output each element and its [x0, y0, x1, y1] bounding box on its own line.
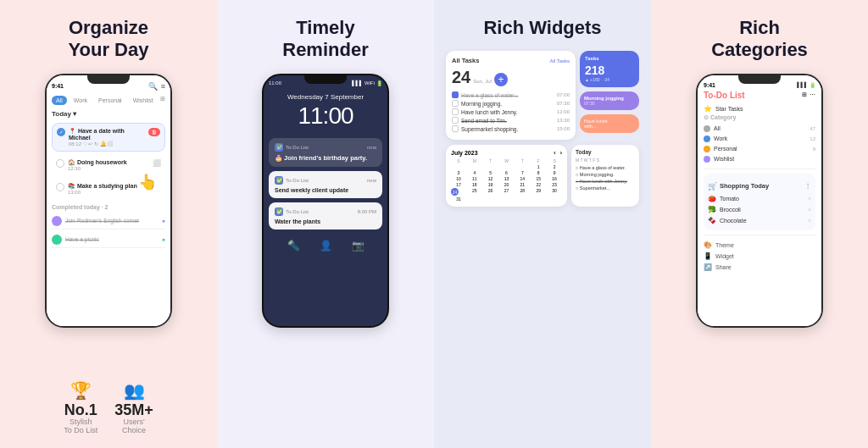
badge-35m-sub: Users'Choice: [122, 418, 146, 434]
notif-1-app-name: To-Do List: [286, 145, 309, 150]
star-tasks-label: Star Tasks: [715, 106, 815, 112]
cal-d-21: 21: [515, 182, 530, 187]
shop-item-tomato[interactable]: 🍅 Tomato ×: [708, 193, 811, 204]
add-task-button[interactable]: +: [494, 73, 508, 86]
cal-d-empty5: [515, 164, 530, 169]
phone-mockup-4: 9:41 ▌▌▌ 🔋 To-Do List ⊞ ⋯ ⭐ Star Tasks: [696, 74, 823, 328]
cat-work[interactable]: Work 12: [704, 134, 815, 144]
widget-header: All Tasks All Tasks: [452, 57, 570, 64]
cat-dot-work: [704, 136, 710, 142]
panel-reminder: TimelyReminder 11:00 ▌▌▌ WiFi 🔋 Wednesda…: [217, 0, 434, 448]
cat-dot-all: [704, 125, 710, 132]
cat-label-all: All: [714, 125, 806, 131]
shop-delete-broccoli[interactable]: ×: [808, 207, 811, 213]
small-task-1: ○ Have a glass of water.: [576, 164, 635, 171]
task-content-1: 📍 Have a date with Michael 08:12 ♡ ↩ ↻ 🔔…: [69, 128, 145, 147]
cal-h-w: W: [499, 158, 515, 163]
footer-theme[interactable]: 🎨 Theme: [704, 240, 815, 251]
notif-3-header: ✅ To-Do List 8:00 PM: [275, 207, 376, 216]
p4-grid-icon[interactable]: ⊞: [802, 91, 807, 98]
panel-3-title: Rich Widgets: [483, 17, 601, 39]
panel-widgets: Rich Widgets All Tasks All Tasks 24 Sun,…: [434, 0, 651, 448]
p1-date-label: Today ▾: [52, 110, 165, 118]
stats-number: 218: [585, 64, 634, 77]
cal-h-t2: T: [515, 158, 530, 163]
small-task-widget[interactable]: Today M T W T F S ○ Have a glass of wate…: [571, 145, 639, 207]
cal-d-20: 20: [499, 182, 515, 187]
cal-d-26: 26: [483, 188, 498, 196]
person-icon[interactable]: 👤: [320, 240, 332, 252]
tab-all[interactable]: All: [52, 96, 67, 105]
notif-1-app: ✅ To-Do List: [275, 143, 309, 152]
notification-1[interactable]: ✅ To-Do List now 🎂 Join friend's birthda…: [269, 138, 382, 167]
cal-d-24-today: 24: [451, 188, 459, 196]
tab-work[interactable]: Work: [70, 96, 92, 105]
p1-status-icons: 🔍 ≡: [148, 82, 165, 91]
cal-d-16: 16: [547, 176, 562, 181]
footer-widget[interactable]: 📱 Widget: [704, 251, 815, 262]
flashlight-icon[interactable]: 🔦: [287, 240, 300, 252]
notif-3-icon: ✅: [275, 207, 283, 216]
task-text-4: Send email to Tim.: [461, 118, 507, 124]
widget-icon: 📱: [704, 252, 712, 260]
p4-battery-icon: 🔋: [810, 82, 815, 88]
tab-wishlist[interactable]: Wishlist: [129, 96, 158, 105]
search-icon[interactable]: 🔍: [148, 82, 158, 91]
stats-widget[interactable]: Tasks 218 ▲ +180 · -34: [580, 51, 639, 87]
p4-more-icon[interactable]: ⋯: [810, 91, 815, 98]
completed-dot-2: ●: [162, 236, 165, 242]
calendar-grid: S M T W T F S 1 2 3 4 5 6: [451, 158, 562, 202]
tab-personal[interactable]: Personal: [94, 96, 126, 105]
completed-title-2: Have-a-picnic: [65, 236, 99, 242]
shop-item-broccoli[interactable]: 🥦 Broccoli ×: [708, 204, 811, 215]
task-title-2: 🏠 Doing housework: [68, 159, 149, 166]
morning-widget[interactable]: Morning jogging 07:30: [580, 91, 639, 110]
cat-all[interactable]: All 47: [704, 124, 815, 134]
task-check-1[interactable]: ✓: [57, 128, 65, 136]
signal-icon: ▌▌▌: [352, 80, 363, 86]
notif-1-icon: ✅: [275, 143, 283, 152]
phone-mockup-2: 11:00 ▌▌▌ WiFi 🔋 Wednesday 7 September 1…: [262, 74, 389, 328]
cal-d-10: 10: [451, 176, 466, 181]
widget-link[interactable]: All Tasks: [549, 58, 570, 64]
cat-dot-wishlist: [704, 156, 710, 163]
task-item-1[interactable]: ✓ 📍 Have a date with Michael 08:12 ♡ ↩ ↻…: [52, 123, 165, 152]
badge-35m: 👥 35M+ Users'Choice: [114, 380, 153, 434]
divider-1: [704, 169, 815, 169]
cal-d-11: 11: [467, 176, 482, 181]
grid-icon[interactable]: ⊞: [160, 96, 165, 105]
panel-4-title: RichCategories: [711, 17, 808, 62]
task-check-2[interactable]: [56, 159, 64, 168]
all-tasks-widget[interactable]: All Tasks All Tasks 24 Sun, Jul + Have a…: [446, 51, 576, 140]
cat-wishlist[interactable]: Wishlist: [704, 154, 815, 164]
cal-d-18: 18: [467, 182, 482, 187]
footer-share[interactable]: ↗️ Share: [704, 262, 815, 273]
shopping-list-section[interactable]: 🛒 Shopping Today ⋮ 🍅 Tomato × 🥦 Broccoli…: [704, 174, 815, 230]
p4-signal-icon: ▌▌▌: [797, 82, 808, 88]
cal-d-12: 12: [483, 176, 498, 181]
task-counter-widget[interactable]: Have lunchwith...: [580, 114, 639, 133]
cal-prev[interactable]: ‹: [554, 150, 555, 156]
task-delete-btn-1[interactable]: 🗑: [148, 128, 160, 136]
cat-personal[interactable]: Personal 9: [704, 144, 815, 154]
camera-icon[interactable]: 📷: [352, 240, 364, 252]
list-icon[interactable]: ≡: [161, 82, 165, 91]
tomato-icon: 🍅: [708, 195, 716, 202]
footer-share-label: Share: [715, 264, 732, 270]
notification-2[interactable]: ✅ To-Do List now Send weekly client upda…: [269, 171, 382, 198]
lockscreen-bottom: 🔦 👤 📷: [269, 240, 382, 252]
widget-task-5: Supermarket shopping. 15:00: [452, 125, 570, 132]
check-2: [452, 100, 459, 107]
shopping-more-icon[interactable]: ⋮: [804, 182, 811, 190]
completed-title-1: Join-Rodman's-English-corner: [65, 218, 139, 224]
shop-delete-chocolate[interactable]: ×: [808, 218, 811, 224]
star-tasks-item[interactable]: ⭐ Star Tasks: [704, 103, 815, 114]
calendar-widget[interactable]: July 2023 ‹ › S M T W T F S: [446, 145, 567, 207]
notification-3[interactable]: ✅ To-Do List 8:00 PM Water the plants: [269, 202, 382, 230]
shop-item-chocolate[interactable]: 🍫 Chocolate ×: [708, 215, 811, 226]
cal-next[interactable]: ›: [560, 150, 562, 156]
phone-mockup-1: 9:41 🔍 ≡ All Work Personal Wishlist ⊞ To…: [45, 74, 172, 328]
task-check-3[interactable]: [56, 183, 64, 191]
shop-delete-tomato[interactable]: ×: [808, 196, 811, 202]
cal-d-31: 31: [451, 196, 466, 202]
